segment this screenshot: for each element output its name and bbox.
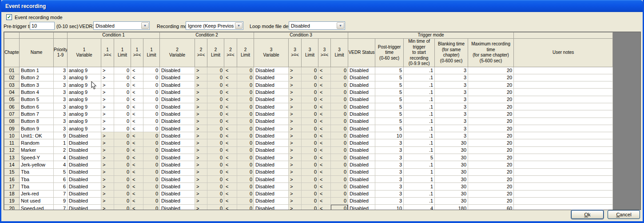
cell-c3-op1[interactable]: >: [289, 205, 302, 210]
cell-vedr-status[interactable]: Disabled: [348, 118, 375, 125]
cell-chapter[interactable]: 04: [4, 89, 20, 96]
cell-priority[interactable]: 2: [54, 146, 68, 154]
cell-post-trigger-time[interactable]: 3: [375, 146, 404, 154]
cell-post-trigger-time[interactable]: 3: [375, 168, 404, 175]
cell-c3-variable[interactable]: Disabled: [254, 118, 289, 125]
cell-c1-variable[interactable]: analog 9: [68, 125, 101, 132]
cell-max-recording-time[interactable]: 20: [468, 154, 514, 161]
cell-c3-limit2[interactable]: 0: [331, 132, 348, 139]
cell-c1-limit2[interactable]: 0: [143, 118, 160, 125]
cell-chapter[interactable]: 17: [4, 183, 20, 190]
cell-min-trigger-time[interactable]: 1: [404, 175, 435, 182]
cell-c3-limit1[interactable]: 0: [302, 168, 318, 175]
cell-blanking-time[interactable]: 3: [435, 96, 468, 103]
cell-min-trigger-time[interactable]: .1: [404, 139, 435, 146]
cell-name[interactable]: Jerk-red: [20, 190, 54, 197]
cell-chapter[interactable]: 14: [4, 161, 20, 168]
cell-blanking-time[interactable]: 3: [435, 74, 468, 81]
cell-c3-limit1[interactable]: 0: [302, 74, 318, 81]
chevron-down-icon[interactable]: ▼: [337, 22, 344, 29]
cell-c1-op2[interactable]: <: [131, 190, 143, 197]
cell-vedr-status[interactable]: Disabled: [348, 110, 375, 118]
cell-c2-limit1[interactable]: 0: [207, 132, 224, 139]
cell-c2-limit2[interactable]: 0: [237, 67, 254, 74]
cell-c1-variable[interactable]: Disabled: [68, 183, 101, 190]
cell-c2-op1[interactable]: >: [195, 132, 207, 139]
cell-c1-variable[interactable]: Disabled: [68, 190, 101, 197]
cell-c1-limit2[interactable]: 0: [143, 205, 160, 210]
cell-c3-op2[interactable]: <: [318, 154, 331, 161]
cell-min-trigger-time[interactable]: .1: [404, 96, 435, 103]
cell-c1-limit2[interactable]: 0: [143, 110, 160, 118]
cell-post-trigger-time[interactable]: 5: [375, 89, 404, 96]
cell-c2-limit2[interactable]: 0: [237, 190, 254, 197]
cell-max-recording-time[interactable]: 20: [468, 132, 514, 139]
cell-c1-op2[interactable]: <: [131, 183, 143, 190]
cell-c2-op2[interactable]: <: [224, 146, 237, 154]
cell-priority[interactable]: 3: [54, 110, 68, 118]
cell-c1-op2[interactable]: <: [131, 154, 143, 161]
cell-c3-limit2[interactable]: 0: [331, 67, 348, 74]
cell-priority[interactable]: 6: [54, 175, 68, 182]
cell-c3-variable[interactable]: Disabled: [254, 168, 289, 175]
cell-c3-op2[interactable]: <: [318, 175, 331, 182]
cell-c1-limit1[interactable]: 0: [114, 168, 131, 175]
cell-c2-variable[interactable]: Disabled: [160, 118, 195, 125]
cell-c2-limit1[interactable]: 0: [207, 139, 224, 146]
cell-c3-limit2[interactable]: 0: [331, 81, 348, 89]
cell-c3-op2[interactable]: <: [318, 96, 331, 103]
cell-c2-limit1[interactable]: 0: [207, 205, 224, 210]
cell-c3-limit2[interactable]: 0: [331, 197, 348, 204]
cell-max-recording-time[interactable]: 20: [468, 168, 514, 175]
cell-c2-limit2[interactable]: 0: [237, 110, 254, 118]
cell-blanking-time[interactable]: 3: [435, 67, 468, 74]
cell-max-recording-time[interactable]: 20: [468, 161, 514, 168]
cell-vedr-status[interactable]: Disabled: [348, 139, 375, 146]
cell-blanking-time[interactable]: 30: [435, 168, 468, 175]
cell-c1-op2[interactable]: <: [131, 110, 143, 118]
cell-c1-variable[interactable]: Disabled: [68, 139, 101, 146]
cell-c2-limit1[interactable]: 0: [207, 89, 224, 96]
cell-c2-op1[interactable]: >: [195, 118, 207, 125]
cell-c2-limit1[interactable]: 0: [207, 125, 224, 132]
cell-c2-variable[interactable]: Disabled: [160, 183, 195, 190]
cell-post-trigger-time[interactable]: 10: [375, 205, 404, 210]
cell-user-notes[interactable]: [514, 67, 613, 74]
cell-c3-variable[interactable]: Disabled: [254, 67, 289, 74]
cell-vedr-status[interactable]: Disabled: [348, 96, 375, 103]
cell-c2-variable[interactable]: Disabled: [160, 190, 195, 197]
cell-name[interactable]: Tba: [20, 183, 54, 190]
cell-c3-op1[interactable]: >: [289, 168, 302, 175]
cell-vedr-status[interactable]: Disabled: [348, 125, 375, 132]
cell-c2-limit1[interactable]: 0: [207, 96, 224, 103]
cell-vedr-status[interactable]: Disabled: [348, 132, 375, 139]
cell-c1-op2[interactable]: <: [131, 175, 143, 182]
cell-blanking-time[interactable]: 3: [435, 132, 468, 139]
cell-blanking-time[interactable]: 3: [435, 103, 468, 110]
cell-c1-limit2[interactable]: 0: [143, 67, 160, 74]
cell-name[interactable]: Button 8: [20, 118, 54, 125]
cell-min-trigger-time[interactable]: .1: [404, 103, 435, 110]
cell-c1-op2[interactable]: <: [131, 161, 143, 168]
cell-c1-op1[interactable]: >: [101, 125, 114, 132]
cell-post-trigger-time[interactable]: 5: [375, 110, 404, 118]
cell-max-recording-time[interactable]: 20: [468, 125, 514, 132]
cell-c1-variable[interactable]: Disabled: [68, 175, 101, 182]
cell-c3-op2[interactable]: <: [318, 197, 331, 204]
cell-user-notes[interactable]: [514, 146, 613, 154]
cell-c2-variable[interactable]: Disabled: [160, 175, 195, 182]
cell-blanking-time[interactable]: 3: [435, 118, 468, 125]
cell-post-trigger-time[interactable]: 3: [375, 190, 404, 197]
cell-max-recording-time[interactable]: 20: [468, 74, 514, 81]
cell-c3-limit1[interactable]: 0: [302, 89, 318, 96]
cell-c3-variable[interactable]: Disabled: [254, 205, 289, 210]
cell-min-trigger-time[interactable]: .1: [404, 89, 435, 96]
cell-c2-op2[interactable]: <: [224, 190, 237, 197]
cell-c3-limit1[interactable]: 0: [302, 96, 318, 103]
cell-c2-limit2[interactable]: 0: [237, 96, 254, 103]
cell-blanking-time[interactable]: 30: [435, 161, 468, 168]
cell-c3-op2[interactable]: <: [318, 118, 331, 125]
cell-c2-limit2[interactable]: 0: [237, 118, 254, 125]
cell-name[interactable]: Button 4: [20, 89, 54, 96]
cell-c2-op2[interactable]: <: [224, 67, 237, 74]
